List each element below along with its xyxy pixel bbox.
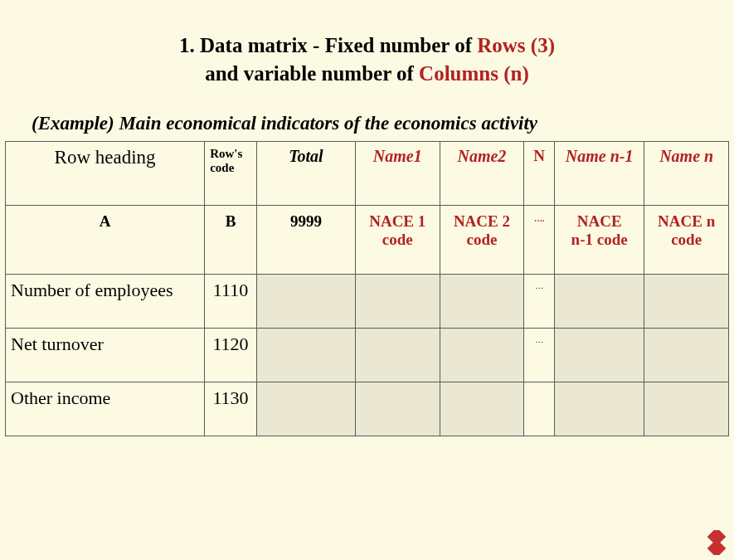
title-line1-prefix: 1. Data matrix - Fixed number of bbox=[179, 34, 477, 56]
cell-name1 bbox=[355, 328, 440, 382]
row-label: Number of employees bbox=[6, 274, 205, 328]
cell-dots: … bbox=[524, 274, 555, 328]
cell-total bbox=[256, 328, 355, 382]
cell-name-n-minus-1 bbox=[555, 274, 644, 328]
table-header-row: Row heading Row's code Total Name1 Name2… bbox=[6, 141, 729, 206]
header-name-n: Name n bbox=[644, 141, 729, 206]
row-code: 1120 bbox=[205, 328, 257, 382]
table-code-row: A B 9999 NACE 1 code NACE 2 code …. NACE… bbox=[6, 206, 729, 275]
table-row: Net turnover 1120 … bbox=[6, 328, 729, 382]
cell-name-n bbox=[644, 382, 729, 436]
row-code: 1130 bbox=[205, 382, 257, 436]
cell-name2 bbox=[440, 274, 524, 328]
code-nace-n-minus-1: NACE n-1 code bbox=[555, 206, 644, 275]
row-label: Net turnover bbox=[6, 328, 205, 382]
cell-name-n bbox=[644, 274, 729, 328]
header-name1: Name1 bbox=[355, 141, 440, 206]
svg-rect-1 bbox=[707, 539, 727, 555]
data-matrix-table: Row heading Row's code Total Name1 Name2… bbox=[0, 141, 734, 436]
header-rows-code: Row's code bbox=[205, 141, 257, 206]
code-dots: …. bbox=[524, 206, 555, 275]
title-line2-prefix: and variable number of bbox=[205, 62, 419, 85]
logo-icon bbox=[704, 530, 729, 555]
header-name2: Name2 bbox=[440, 141, 524, 206]
code-a: A bbox=[6, 206, 205, 275]
header-row-heading: Row heading bbox=[6, 141, 205, 206]
cell-dots bbox=[524, 382, 555, 436]
cell-name2 bbox=[440, 382, 524, 436]
cell-name1 bbox=[355, 382, 440, 436]
cell-name-n-minus-1 bbox=[555, 382, 644, 436]
cell-name2 bbox=[440, 328, 524, 382]
cell-total bbox=[256, 274, 355, 328]
table-row: Number of employees 1110 … bbox=[6, 274, 729, 328]
header-name-n-minus-1: Name n-1 bbox=[555, 141, 644, 206]
code-nace1: NACE 1 code bbox=[355, 206, 440, 275]
title-line1-emph: Rows (3) bbox=[477, 34, 555, 56]
row-label: Other income bbox=[6, 382, 205, 436]
title-line2-emph: Columns (n) bbox=[419, 62, 529, 85]
header-n: N bbox=[524, 141, 555, 206]
table-row: Other income 1130 bbox=[6, 382, 729, 436]
header-total: Total bbox=[256, 141, 355, 206]
cell-name-n-minus-1 bbox=[555, 328, 644, 382]
code-nace-n: NACE n code bbox=[644, 206, 729, 275]
cell-name1 bbox=[355, 274, 440, 328]
code-total: 9999 bbox=[256, 206, 355, 275]
cell-total bbox=[256, 382, 355, 436]
code-nace2: NACE 2 code bbox=[440, 206, 524, 275]
code-b: B bbox=[205, 206, 257, 275]
row-code: 1110 bbox=[205, 274, 257, 328]
page-title: 1. Data matrix - Fixed number of Rows (3… bbox=[0, 0, 734, 88]
example-subtitle: (Example) Main economical indicators of … bbox=[0, 88, 734, 141]
cell-name-n bbox=[644, 328, 729, 382]
cell-dots: … bbox=[524, 328, 555, 382]
